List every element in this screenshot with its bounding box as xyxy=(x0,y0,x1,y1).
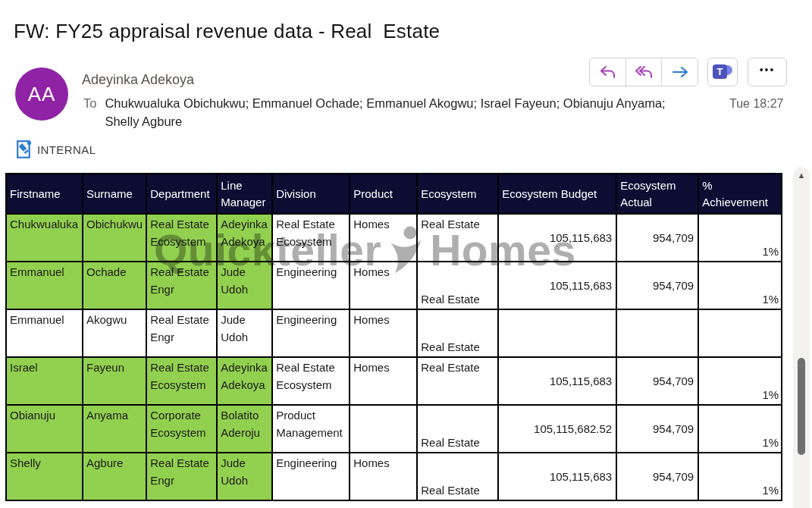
cell-department: Real Estate Ecosystem xyxy=(146,214,217,262)
table-header-row: FirstnameSurnameDepartmentLine ManagerDi… xyxy=(6,174,782,214)
cell-ecosystem-actual: 954,709 xyxy=(616,357,698,405)
cell-ecosystem-actual: 954,709 xyxy=(616,262,698,309)
cell-ecosystem-budget: 105,115,683 xyxy=(498,262,616,309)
cell-product: Homes xyxy=(350,453,417,500)
to-label: To xyxy=(83,95,96,131)
cell-surname: Anyama xyxy=(83,405,146,453)
cell-percent-achievement: 1% xyxy=(698,453,782,500)
cell-surname: Obichukwu xyxy=(83,214,146,262)
table-row: ChukwualukaObichukwuReal Estate Ecosyste… xyxy=(6,214,782,262)
table-row: ObianujuAnyamaCorporate EcosystemBolatit… xyxy=(6,405,782,453)
table-row: ShellyAgbureReal Estate EngrJude UdohEng… xyxy=(6,453,782,500)
cell-percent-achievement: 1% xyxy=(698,214,782,262)
cell-ecosystem-budget xyxy=(498,309,616,357)
column-header-line-manager: Line Manager xyxy=(217,174,272,214)
forward-button[interactable] xyxy=(661,58,698,86)
column-header-product: Product xyxy=(350,174,417,214)
cell-line-manager: Jude Udoh xyxy=(217,453,272,500)
cell-line-manager: Jude Udoh xyxy=(217,309,272,357)
cell-ecosystem-actual: 954,709 xyxy=(616,214,698,262)
cell-ecosystem: Real Estate xyxy=(417,453,498,500)
column-header-percent-achievement: % Achievement xyxy=(698,174,782,214)
cell-department: Real Estate Engr xyxy=(146,262,217,309)
table-row: EmmanuelOchadeReal Estate EngrJude UdohE… xyxy=(6,262,782,309)
recipients-list[interactable]: Chukwualuka Obichukwu; Emmanuel Ochade; … xyxy=(105,95,699,131)
sensitivity-label-icon xyxy=(17,140,32,158)
avatar-initials: AA xyxy=(28,83,56,106)
cell-division: Engineering xyxy=(272,453,350,500)
sensitivity-label-text: INTERNAL xyxy=(37,143,96,156)
cell-percent-achievement xyxy=(698,309,782,357)
email-subject: FW: FY25 appraisal revenue data - Real E… xyxy=(14,20,440,43)
cell-line-manager: Adeyinka Adekoya xyxy=(217,214,272,262)
column-header-division: Division xyxy=(272,174,350,214)
cell-firstname: Shelly xyxy=(6,453,83,500)
scrollbar-thumb[interactable] xyxy=(798,358,805,455)
cell-percent-achievement: 1% xyxy=(698,405,782,453)
reply-icon xyxy=(599,64,616,80)
cell-ecosystem-actual: 954,709 xyxy=(616,405,698,453)
teams-icon: T xyxy=(713,63,732,81)
table-row: IsraelFayeunReal Estate EcosystemAdeyink… xyxy=(6,357,782,405)
reply-all-button[interactable] xyxy=(625,58,662,86)
cell-firstname: Chukwualuka xyxy=(6,214,83,262)
column-header-firstname: Firstname xyxy=(6,174,83,214)
reply-button-group xyxy=(589,58,698,86)
cell-ecosystem: Real Estate xyxy=(417,214,498,262)
cell-ecosystem: Real Estate xyxy=(417,357,498,405)
cell-product: Homes xyxy=(350,262,417,309)
sender-name[interactable]: Adeyinka Adekoya xyxy=(82,72,194,88)
cell-division: Engineering xyxy=(272,309,350,357)
cell-firstname: Emmanuel xyxy=(6,262,83,309)
cell-firstname: Obianuju xyxy=(6,405,83,453)
column-header-ecosystem-budget: Ecosystem Budget xyxy=(498,174,616,214)
cell-ecosystem-budget: 105,115,683 xyxy=(498,214,616,262)
cell-line-manager: Adeyinka Adekoya xyxy=(217,357,272,405)
cell-ecosystem: Real Estate xyxy=(417,262,498,309)
cell-department: Real Estate Ecosystem xyxy=(146,357,217,405)
cell-ecosystem-actual xyxy=(616,309,698,357)
column-header-ecosystem: Ecosystem xyxy=(417,174,498,214)
cell-division: Engineering xyxy=(272,262,350,309)
cell-surname: Fayeun xyxy=(83,357,146,405)
cell-line-manager: Jude Udoh xyxy=(217,262,272,309)
cell-line-manager: Bolatito Aderoju xyxy=(217,405,272,453)
column-header-surname: Surname xyxy=(83,174,146,214)
more-icon: ••• xyxy=(760,64,776,76)
cell-surname: Akogwu xyxy=(83,309,146,357)
share-to-teams-button[interactable]: T xyxy=(707,58,738,86)
cell-department: Corporate Ecosystem xyxy=(146,405,217,453)
cell-ecosystem-actual: 954,709 xyxy=(616,453,698,500)
cell-department: Real Estate Engr xyxy=(146,453,217,500)
reply-button[interactable] xyxy=(590,58,625,86)
cell-product: Homes xyxy=(350,357,417,405)
column-header-ecosystem-actual: Ecosystem Actual xyxy=(616,174,698,214)
column-header-department: Department xyxy=(146,174,217,214)
cell-surname: Ochade xyxy=(83,262,146,309)
cell-product: Homes xyxy=(350,309,417,357)
cell-ecosystem: Real Estate xyxy=(417,309,498,357)
cell-ecosystem-budget: 105,115,683 xyxy=(498,357,616,405)
recipients-row: To Chukwualuka Obichukwu; Emmanuel Ochad… xyxy=(83,95,699,131)
sensitivity-label: INTERNAL xyxy=(17,140,96,158)
table-row: EmmanuelAkogwuReal Estate EngrJude UdohE… xyxy=(6,309,782,357)
cell-product xyxy=(350,405,417,453)
data-table: FirstnameSurnameDepartmentLine ManagerDi… xyxy=(5,173,782,501)
cell-division: Real Estate Ecosystem xyxy=(272,357,350,405)
appraisal-table: FirstnameSurnameDepartmentLine ManagerDi… xyxy=(5,173,782,501)
more-actions-button[interactable]: ••• xyxy=(748,58,787,86)
cell-firstname: Israel xyxy=(6,357,83,405)
cell-product: Homes xyxy=(350,214,417,262)
avatar[interactable]: AA xyxy=(15,67,68,121)
email-timestamp: Tue 18:27 xyxy=(729,97,783,111)
cell-percent-achievement: 1% xyxy=(698,262,782,309)
cell-ecosystem-budget: 105,115,682.52 xyxy=(498,405,616,453)
forward-icon xyxy=(672,66,688,78)
vertical-scrollbar[interactable]: ▲ xyxy=(793,167,810,508)
cell-ecosystem-budget: 105,115,683 xyxy=(498,453,616,500)
scroll-up-arrow[interactable]: ▲ xyxy=(793,171,810,180)
cell-division: Real Estate Ecosystem xyxy=(272,214,350,262)
cell-firstname: Emmanuel xyxy=(6,309,83,357)
cell-surname: Agbure xyxy=(83,453,146,500)
reply-all-icon xyxy=(635,64,653,80)
